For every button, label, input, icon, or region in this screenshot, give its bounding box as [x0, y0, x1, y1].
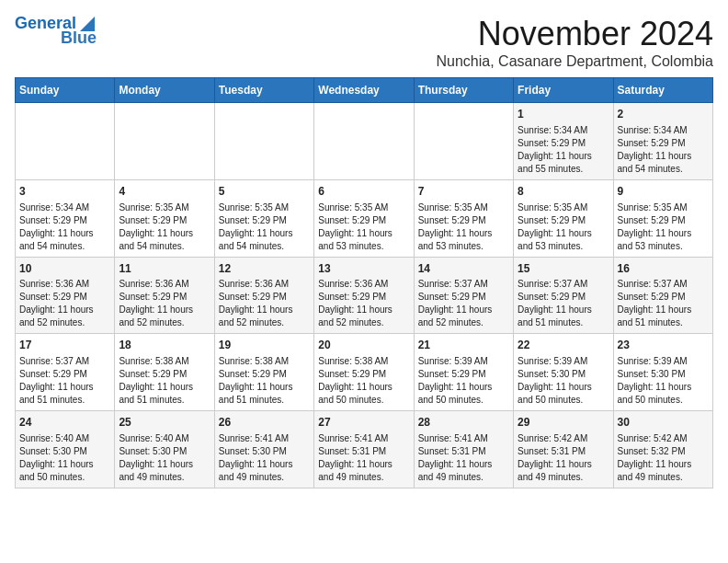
- calendar-week-row: 1Sunrise: 5:34 AM Sunset: 5:29 PM Daylig…: [16, 103, 713, 180]
- calendar-week-row: 24Sunrise: 5:40 AM Sunset: 5:30 PM Dayli…: [16, 411, 713, 488]
- calendar-cell: 13Sunrise: 5:36 AM Sunset: 5:29 PM Dayli…: [314, 257, 414, 334]
- calendar-cell: 16Sunrise: 5:37 AM Sunset: 5:29 PM Dayli…: [613, 257, 712, 334]
- day-content: Sunrise: 5:40 AM Sunset: 5:30 PM Dayligh…: [19, 432, 110, 484]
- day-number: 27: [318, 415, 409, 431]
- calendar-cell: 8Sunrise: 5:35 AM Sunset: 5:29 PM Daylig…: [514, 179, 613, 257]
- day-content: Sunrise: 5:36 AM Sunset: 5:29 PM Dayligh…: [318, 278, 409, 329]
- day-number: 18: [119, 338, 210, 353]
- logo: General Blue: [15, 15, 97, 48]
- title-block: November 2024 Nunchia, Casanare Departme…: [437, 15, 713, 70]
- day-number: 7: [418, 184, 509, 200]
- calendar-week-row: 17Sunrise: 5:37 AM Sunset: 5:29 PM Dayli…: [16, 334, 713, 411]
- month-title: November 2024: [437, 15, 713, 53]
- calendar-week-row: 10Sunrise: 5:36 AM Sunset: 5:29 PM Dayli…: [16, 257, 713, 334]
- day-content: Sunrise: 5:41 AM Sunset: 5:31 PM Dayligh…: [418, 432, 509, 484]
- calendar-cell: [314, 103, 414, 180]
- day-number: 17: [19, 338, 110, 353]
- day-number: 16: [618, 261, 709, 277]
- day-content: Sunrise: 5:38 AM Sunset: 5:29 PM Dayligh…: [119, 355, 210, 407]
- day-content: Sunrise: 5:37 AM Sunset: 5:29 PM Dayligh…: [618, 278, 709, 329]
- day-number: 11: [119, 261, 210, 277]
- day-content: Sunrise: 5:40 AM Sunset: 5:30 PM Dayligh…: [119, 432, 210, 484]
- calendar-week-row: 3Sunrise: 5:34 AM Sunset: 5:29 PM Daylig…: [16, 179, 713, 257]
- calendar-cell: 9Sunrise: 5:35 AM Sunset: 5:29 PM Daylig…: [613, 179, 712, 257]
- day-content: Sunrise: 5:37 AM Sunset: 5:29 PM Dayligh…: [518, 278, 609, 329]
- day-number: 1: [518, 107, 609, 122]
- day-content: Sunrise: 5:41 AM Sunset: 5:31 PM Dayligh…: [318, 432, 409, 484]
- day-number: 20: [318, 338, 409, 353]
- day-content: Sunrise: 5:39 AM Sunset: 5:29 PM Dayligh…: [418, 355, 509, 407]
- calendar-cell: 6Sunrise: 5:35 AM Sunset: 5:29 PM Daylig…: [314, 179, 414, 257]
- column-header-sunday: Sunday: [16, 78, 115, 103]
- calendar-cell: 18Sunrise: 5:38 AM Sunset: 5:29 PM Dayli…: [115, 334, 214, 411]
- calendar-cell: 4Sunrise: 5:35 AM Sunset: 5:29 PM Daylig…: [115, 179, 214, 257]
- day-content: Sunrise: 5:39 AM Sunset: 5:30 PM Dayligh…: [518, 355, 609, 407]
- calendar-cell: 29Sunrise: 5:42 AM Sunset: 5:31 PM Dayli…: [514, 411, 613, 488]
- day-number: 23: [618, 338, 709, 353]
- day-number: 28: [418, 415, 509, 431]
- day-number: 15: [518, 261, 609, 277]
- day-number: 10: [19, 261, 110, 277]
- day-content: Sunrise: 5:34 AM Sunset: 5:29 PM Dayligh…: [518, 124, 609, 176]
- calendar-cell: 21Sunrise: 5:39 AM Sunset: 5:29 PM Dayli…: [414, 334, 513, 411]
- day-number: 9: [618, 184, 709, 200]
- calendar-cell: 3Sunrise: 5:34 AM Sunset: 5:29 PM Daylig…: [16, 179, 115, 257]
- calendar-cell: [214, 103, 313, 180]
- day-content: Sunrise: 5:36 AM Sunset: 5:29 PM Dayligh…: [119, 278, 210, 329]
- calendar-header-row: SundayMondayTuesdayWednesdayThursdayFrid…: [16, 78, 713, 103]
- calendar-cell: 23Sunrise: 5:39 AM Sunset: 5:30 PM Dayli…: [613, 334, 712, 411]
- day-number: 22: [518, 338, 609, 353]
- calendar-cell: 2Sunrise: 5:34 AM Sunset: 5:29 PM Daylig…: [613, 103, 712, 180]
- day-content: Sunrise: 5:35 AM Sunset: 5:29 PM Dayligh…: [618, 201, 709, 253]
- day-number: 26: [219, 415, 310, 431]
- day-content: Sunrise: 5:42 AM Sunset: 5:32 PM Dayligh…: [618, 432, 709, 484]
- day-content: Sunrise: 5:35 AM Sunset: 5:29 PM Dayligh…: [518, 201, 609, 253]
- calendar-cell: 26Sunrise: 5:41 AM Sunset: 5:30 PM Dayli…: [214, 411, 313, 488]
- calendar-cell: 19Sunrise: 5:38 AM Sunset: 5:29 PM Dayli…: [214, 334, 313, 411]
- day-number: 5: [219, 184, 310, 200]
- day-content: Sunrise: 5:38 AM Sunset: 5:29 PM Dayligh…: [219, 355, 310, 407]
- column-header-wednesday: Wednesday: [314, 78, 414, 103]
- calendar-cell: 14Sunrise: 5:37 AM Sunset: 5:29 PM Dayli…: [414, 257, 513, 334]
- logo-text-blue: Blue: [61, 29, 97, 48]
- day-content: Sunrise: 5:36 AM Sunset: 5:29 PM Dayligh…: [219, 278, 310, 329]
- calendar-table: SundayMondayTuesdayWednesdayThursdayFrid…: [15, 77, 713, 488]
- day-number: 21: [418, 338, 509, 353]
- calendar-cell: 20Sunrise: 5:38 AM Sunset: 5:29 PM Dayli…: [314, 334, 414, 411]
- column-header-monday: Monday: [115, 78, 214, 103]
- calendar-cell: 22Sunrise: 5:39 AM Sunset: 5:30 PM Dayli…: [514, 334, 613, 411]
- day-content: Sunrise: 5:34 AM Sunset: 5:29 PM Dayligh…: [618, 124, 709, 176]
- calendar-cell: 10Sunrise: 5:36 AM Sunset: 5:29 PM Dayli…: [16, 257, 115, 334]
- day-content: Sunrise: 5:35 AM Sunset: 5:29 PM Dayligh…: [318, 201, 409, 253]
- calendar-cell: 28Sunrise: 5:41 AM Sunset: 5:31 PM Dayli…: [414, 411, 513, 488]
- day-content: Sunrise: 5:39 AM Sunset: 5:30 PM Dayligh…: [618, 355, 709, 407]
- page-header: General Blue November 2024 Nunchia, Casa…: [15, 15, 713, 70]
- day-number: 2: [618, 107, 709, 122]
- calendar-cell: 1Sunrise: 5:34 AM Sunset: 5:29 PM Daylig…: [514, 103, 613, 180]
- calendar-cell: 15Sunrise: 5:37 AM Sunset: 5:29 PM Dayli…: [514, 257, 613, 334]
- day-number: 25: [119, 415, 210, 431]
- day-number: 6: [318, 184, 409, 200]
- calendar-cell: 27Sunrise: 5:41 AM Sunset: 5:31 PM Dayli…: [314, 411, 414, 488]
- day-content: Sunrise: 5:34 AM Sunset: 5:29 PM Dayligh…: [19, 201, 110, 253]
- day-content: Sunrise: 5:38 AM Sunset: 5:29 PM Dayligh…: [318, 355, 409, 407]
- calendar-cell: 17Sunrise: 5:37 AM Sunset: 5:29 PM Dayli…: [16, 334, 115, 411]
- day-content: Sunrise: 5:41 AM Sunset: 5:30 PM Dayligh…: [219, 432, 310, 484]
- day-content: Sunrise: 5:35 AM Sunset: 5:29 PM Dayligh…: [219, 201, 310, 253]
- column-header-tuesday: Tuesday: [214, 78, 313, 103]
- day-number: 12: [219, 261, 310, 277]
- day-content: Sunrise: 5:42 AM Sunset: 5:31 PM Dayligh…: [518, 432, 609, 484]
- calendar-cell: 11Sunrise: 5:36 AM Sunset: 5:29 PM Dayli…: [115, 257, 214, 334]
- calendar-cell: 24Sunrise: 5:40 AM Sunset: 5:30 PM Dayli…: [16, 411, 115, 488]
- calendar-cell: [115, 103, 214, 180]
- calendar-cell: 25Sunrise: 5:40 AM Sunset: 5:30 PM Dayli…: [115, 411, 214, 488]
- location-subtitle: Nunchia, Casanare Department, Colombia: [437, 53, 713, 70]
- day-content: Sunrise: 5:37 AM Sunset: 5:29 PM Dayligh…: [418, 278, 509, 329]
- day-number: 29: [518, 415, 609, 431]
- day-content: Sunrise: 5:35 AM Sunset: 5:29 PM Dayligh…: [418, 201, 509, 253]
- day-number: 19: [219, 338, 310, 353]
- day-number: 24: [19, 415, 110, 431]
- column-header-friday: Friday: [514, 78, 613, 103]
- column-header-thursday: Thursday: [414, 78, 513, 103]
- calendar-cell: [16, 103, 115, 180]
